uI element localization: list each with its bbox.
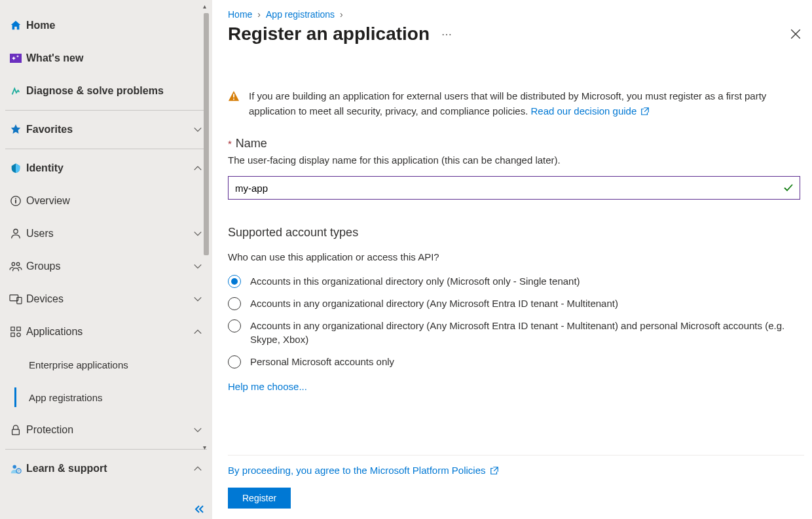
sidebar-item-applications[interactable]: Applications	[0, 315, 212, 348]
sidebar-item-identity[interactable]: Identity	[0, 152, 212, 185]
nav-label: Users	[26, 228, 183, 240]
radio-icon	[228, 319, 241, 332]
main-content: Home › App registrations › Register an a…	[212, 0, 812, 519]
svg-point-6	[16, 262, 20, 266]
sidebar: ▴ ▾ Home What's new Diagnose & solve pro…	[0, 0, 212, 519]
account-types-subtext: Who can use this application or access t…	[228, 251, 800, 262]
divider	[5, 110, 207, 111]
warning-text: If you are building an application for e…	[249, 90, 766, 116]
account-types-heading: Supported account types	[228, 226, 800, 240]
breadcrumb-sep: ›	[340, 9, 343, 20]
account-types-radio-group: Accounts in this organizational director…	[228, 274, 800, 369]
sidebar-scrollbar[interactable]: ▴ ▾	[202, 0, 212, 519]
devices-icon	[5, 293, 26, 305]
sidebar-item-protection[interactable]: Protection	[0, 414, 212, 446]
warning-icon	[228, 90, 240, 118]
nav-label: Protection	[26, 424, 183, 436]
diagnose-icon	[5, 85, 26, 97]
nav-label: Groups	[26, 260, 183, 272]
breadcrumb: Home › App registrations ›	[228, 9, 804, 20]
page-title: Register an application	[228, 24, 430, 45]
sidebar-item-favorites[interactable]: Favorites	[0, 113, 212, 146]
sidebar-item-whats-new[interactable]: What's new	[0, 42, 212, 75]
svg-rect-10	[17, 327, 20, 331]
nav-label: Diagnose & solve problems	[26, 85, 212, 97]
svg-point-5	[12, 262, 15, 266]
account-type-option-multitenant[interactable]: Accounts in any organizational directory…	[228, 296, 800, 311]
svg-rect-11	[11, 333, 14, 336]
lock-icon	[5, 424, 26, 436]
svg-rect-18	[233, 99, 234, 100]
more-actions-button[interactable]: ⋯	[441, 28, 452, 41]
svg-point-14	[13, 465, 16, 469]
name-field-label: Name	[236, 137, 267, 151]
sidebar-item-home[interactable]: Home	[0, 9, 212, 42]
decision-guide-link[interactable]: Read our decision guide	[530, 105, 650, 116]
svg-text:?: ?	[18, 469, 20, 473]
register-button[interactable]: Register	[228, 488, 291, 509]
help-me-choose-link[interactable]: Help me choose...	[228, 381, 307, 392]
applications-icon	[5, 326, 26, 338]
svg-point-4	[14, 229, 18, 233]
radio-icon	[228, 275, 241, 288]
svg-rect-9	[11, 327, 14, 331]
svg-rect-13	[12, 429, 20, 435]
sidebar-item-diagnose[interactable]: Diagnose & solve problems	[0, 75, 212, 107]
sidebar-item-devices[interactable]: Devices	[0, 283, 212, 315]
sidebar-sub-enterprise-apps[interactable]: Enterprise applications	[0, 348, 212, 381]
nav-label: App registrations	[29, 392, 103, 403]
account-type-option-multitenant-personal[interactable]: Accounts in any organizational directory…	[228, 319, 800, 348]
identity-icon	[5, 162, 26, 174]
radio-label: Personal Microsoft accounts only	[250, 355, 394, 369]
radio-label: Accounts in this organizational director…	[250, 274, 580, 289]
nav-label: Applications	[26, 326, 183, 338]
account-type-option-personal-only[interactable]: Personal Microsoft accounts only	[228, 355, 800, 369]
user-icon	[5, 228, 26, 240]
nav-label: Devices	[26, 293, 183, 305]
account-type-option-single-tenant[interactable]: Accounts in this organizational director…	[228, 274, 800, 289]
svg-point-2	[15, 198, 16, 200]
nav-label: Identity	[26, 162, 183, 174]
svg-point-12	[17, 333, 20, 336]
divider	[5, 449, 207, 450]
nav-label: What's new	[26, 52, 212, 64]
sidebar-item-groups[interactable]: Groups	[0, 250, 212, 283]
breadcrumb-sep: ›	[257, 9, 261, 20]
breadcrumb-home[interactable]: Home	[228, 9, 252, 20]
footer: By proceeding, you agree to the Microsof…	[228, 455, 804, 519]
star-icon	[5, 124, 26, 135]
svg-rect-17	[233, 94, 234, 97]
radio-label: Accounts in any organizational directory…	[250, 319, 800, 348]
collapse-sidebar-button[interactable]	[191, 502, 207, 516]
nav-label: Enterprise applications	[29, 359, 128, 370]
groups-icon	[5, 260, 26, 272]
svg-rect-3	[15, 200, 16, 203]
sidebar-sub-app-registrations[interactable]: App registrations	[0, 381, 212, 414]
app-name-input[interactable]	[228, 176, 800, 200]
support-icon: ?	[5, 463, 26, 474]
home-icon	[5, 20, 26, 31]
radio-label: Accounts in any organizational directory…	[250, 296, 618, 311]
close-button[interactable]	[787, 26, 804, 43]
divider	[5, 149, 207, 149]
nav-label: Home	[26, 20, 212, 31]
nav-label: Overview	[26, 195, 212, 207]
required-indicator: *	[228, 138, 232, 149]
warning-banner: If you are building an application for e…	[228, 89, 800, 118]
sidebar-item-overview[interactable]: Overview	[0, 185, 212, 217]
info-icon	[5, 195, 26, 207]
sparkle-icon	[5, 52, 26, 64]
radio-icon	[228, 355, 241, 368]
valid-check-icon	[783, 183, 794, 193]
sidebar-item-users[interactable]: Users	[0, 217, 212, 250]
nav-label: Favorites	[26, 124, 183, 135]
nav-label: Learn & support	[26, 463, 183, 474]
name-field-help: The user-facing display name for this ap…	[228, 154, 800, 166]
sidebar-item-learn-support[interactable]: ? Learn & support	[0, 452, 212, 485]
radio-icon	[228, 297, 241, 310]
breadcrumb-app-registrations[interactable]: App registrations	[266, 9, 335, 20]
platform-policies-link[interactable]: By proceeding, you agree to the Microsof…	[228, 465, 499, 476]
